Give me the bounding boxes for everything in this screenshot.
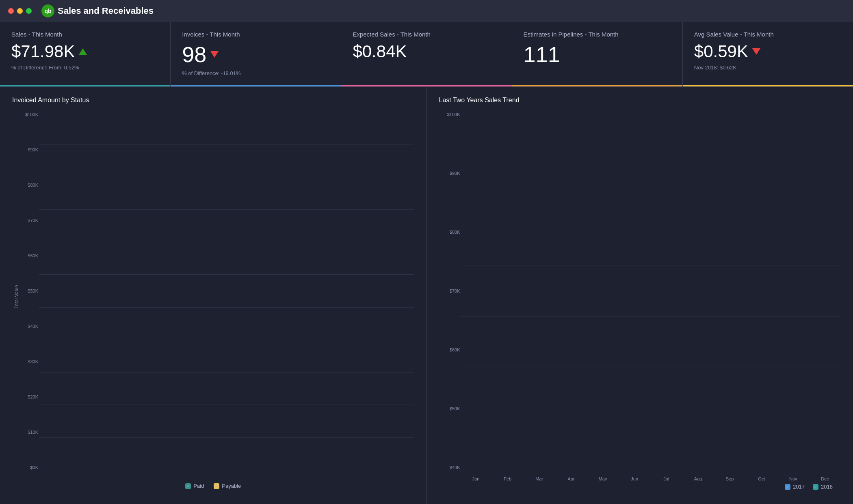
svg-rect-23 (294, 252, 315, 457)
y-label-80k: $80K (21, 183, 38, 187)
kpi-sales-sub: % of Difference From: 0.52% (11, 65, 159, 71)
kpi-sales-value: $71.98K (11, 42, 75, 61)
minimize-button[interactable] (17, 8, 23, 14)
y-label-90k: $90K (21, 147, 38, 152)
line-chart-svg (460, 112, 841, 470)
kpi-expected-value-row: $0.84K (353, 42, 500, 61)
y-axis-label: Total Value (13, 285, 21, 308)
line-legend: ✓ 2017 ✓ 2018 (439, 484, 841, 490)
svg-text:Jun 2018: Jun 2018 (195, 460, 211, 476)
line-svg-container (460, 112, 841, 470)
svg-rect-14 (201, 242, 221, 457)
close-button[interactable] (8, 8, 14, 14)
svg-rect-12 (169, 232, 190, 235)
svg-text:Oct 2018: Oct 2018 (320, 460, 337, 476)
legend-2017-dot[interactable]: ✓ (785, 484, 790, 490)
svg-rect-32 (388, 235, 409, 457)
x-dec: Dec (809, 476, 841, 481)
svg-rect-18 (232, 286, 252, 293)
line-chart-area: $100K $90K $80K $70K $60K $50K $40K (439, 112, 841, 481)
y-label-40k: $40K (21, 324, 38, 329)
x-oct: Oct (746, 476, 777, 481)
legend-paid-label: Paid (193, 483, 204, 489)
kpi-expected-value: $0.84K (353, 42, 407, 61)
bar-chart-area: Total Value (12, 112, 414, 481)
x-sep: Sep (714, 476, 746, 481)
app-logo: qb (41, 4, 54, 17)
x-may: May (587, 476, 619, 481)
svg-text:May 2018: May 2018 (163, 460, 180, 477)
x-feb: Feb (492, 476, 524, 481)
kpi-invoices-label: Invoices - This Month (182, 31, 329, 38)
line-chart-title: Last Two Years Sales Trend (439, 97, 841, 104)
line-y-80k: $80K (439, 230, 460, 235)
kpi-estimates-label: Estimates in Pipelines - This Month (524, 31, 671, 38)
payable-checkbox[interactable]: ✓ (214, 483, 219, 489)
svg-rect-5 (107, 201, 127, 457)
line-y-60k: $60K (439, 347, 460, 352)
svg-text:Aug 2018: Aug 2018 (257, 460, 274, 477)
svg-rect-2 (76, 252, 96, 457)
charts-section: Invoiced Amount by Status Total Value (0, 87, 853, 504)
line-y-50k: $50K (439, 406, 460, 411)
svg-text:Apr 2018: Apr 2018 (133, 460, 149, 476)
y-label-100k: $100K (21, 112, 38, 117)
bar-chart-title: Invoiced Amount by Status (12, 97, 414, 104)
kpi-avg-label: Avg Sales Value - This Month (694, 31, 842, 38)
svg-rect-0 (44, 286, 65, 457)
y-label-10k: $10K (21, 430, 38, 435)
paid-checkbox[interactable]: ✓ (185, 483, 191, 489)
line-legend-2017: ✓ 2017 (785, 484, 805, 490)
svg-rect-17 (232, 293, 252, 457)
legend-2018-dot[interactable]: ✓ (813, 484, 818, 490)
bar-chart-panel: Invoiced Amount by Status Total Value (0, 87, 427, 504)
kpi-invoices: Invoices - This Month 98 % of Difference… (171, 22, 341, 86)
svg-text:Feb 2018: Feb 2018 (70, 460, 87, 476)
svg-text:Jan 2018: Jan 2018 (39, 460, 55, 476)
bar-legend: ✓ Paid ✓ Payable (12, 483, 414, 489)
svg-rect-24 (294, 249, 315, 252)
line-y-90k: $90K (439, 171, 460, 176)
bar-chart-svg: Jan 2018Feb 2018Mar 2018Apr 2018May 2018… (39, 112, 414, 481)
x-jul: Jul (650, 476, 682, 481)
kpi-invoices-value-row: 98 (182, 42, 329, 67)
kpi-invoices-sub: % of Difference: -19.01% (182, 70, 329, 76)
kpi-sales: Sales - This Month $71.98K % of Differen… (0, 22, 171, 86)
y-label-70k: $70K (21, 218, 38, 223)
maximize-button[interactable] (26, 8, 32, 14)
arrow-up-icon (79, 48, 87, 55)
svg-text:Jul 2018: Jul 2018 (227, 460, 243, 475)
svg-rect-33 (388, 218, 409, 235)
kpi-estimates: Estimates in Pipelines - This Month 111 (512, 22, 683, 86)
line-svg-wrapper: Jan Feb Mar Apr May Jun Jul Aug Sep Oct … (460, 112, 841, 481)
svg-text:Sep 2018: Sep 2018 (288, 460, 305, 477)
kpi-avg-value-row: $0.59K (694, 42, 842, 61)
arrow-down-icon (210, 51, 219, 58)
y-label-20k: $20K (21, 394, 38, 399)
y-label-60k: $60K (21, 253, 38, 258)
x-jan: Jan (460, 476, 492, 481)
svg-rect-29 (357, 256, 377, 457)
svg-rect-30 (357, 252, 377, 256)
kpi-bar: Sales - This Month $71.98K % of Differen… (0, 22, 853, 87)
x-apr: Apr (555, 476, 587, 481)
svg-rect-21 (263, 246, 284, 249)
app-title: Sales and Receivables (58, 6, 154, 16)
y-labels: $100K $90K $80K $70K $60K $50K $40K $30K… (21, 112, 39, 470)
svg-rect-8 (138, 133, 158, 457)
kpi-invoices-value: 98 (182, 42, 206, 67)
svg-rect-6 (107, 191, 127, 201)
legend-payable: ✓ Payable (214, 483, 241, 489)
x-jun: Jun (619, 476, 650, 481)
kpi-sales-label: Sales - This Month (11, 31, 159, 38)
line-y-40k: $40K (439, 465, 460, 470)
titlebar: qb Sales and Receivables (0, 0, 853, 22)
svg-text:Mar 2018: Mar 2018 (101, 460, 118, 476)
legend-paid: ✓ Paid (185, 483, 204, 489)
line-x-labels: Jan Feb Mar Apr May Jun Jul Aug Sep Oct … (460, 476, 841, 481)
svg-text:Nov 2018: Nov 2018 (351, 460, 368, 477)
line-y-70k: $70K (439, 289, 460, 293)
line-y-labels: $100K $90K $80K $70K $60K $50K $40K (439, 112, 460, 481)
svg-rect-26 (326, 242, 346, 457)
y-label-0k: $0K (21, 465, 38, 470)
